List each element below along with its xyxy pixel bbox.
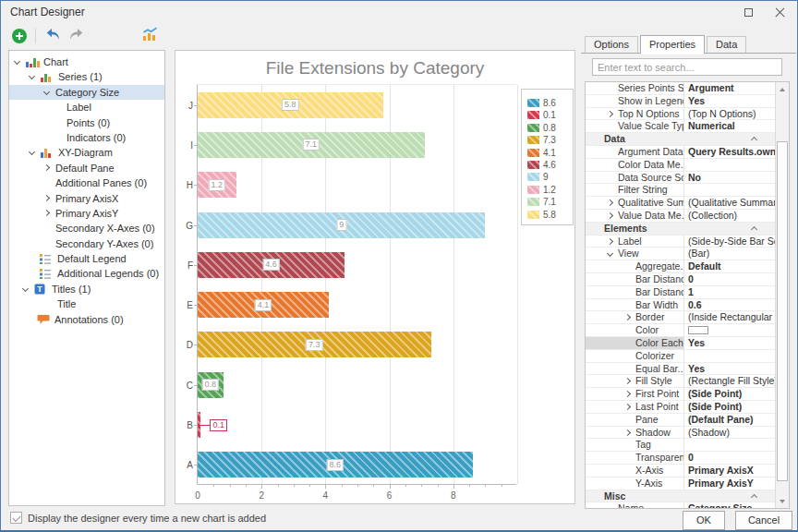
- property-value[interactable]: [684, 324, 775, 336]
- property-value[interactable]: (Inside Rectangular Bor...: [684, 311, 775, 323]
- tree-item-secondary-x-axes-0[interactable]: Secondary X-Axes (0): [9, 221, 164, 236]
- property-row-series-points-so[interactable]: Series Points So...Argument: [586, 82, 775, 95]
- expand-arrow-icon[interactable]: [624, 378, 631, 384]
- tree-item-series-1[interactable]: Series (1): [9, 69, 164, 84]
- chart-legend[interactable]: 8.60.10.87.34.14.691.27.15.8: [521, 89, 574, 225]
- property-row-data-source-sor[interactable]: Data Source Sor...No: [586, 172, 775, 185]
- tree-item-additional-panes-0[interactable]: Additional Panes (0): [9, 175, 164, 190]
- property-row-value-data-me[interactable]: Value Data Me...(Collection): [586, 210, 775, 223]
- legend-item[interactable]: 1.2: [527, 182, 573, 194]
- expand-arrow-icon[interactable]: [624, 391, 631, 397]
- property-value[interactable]: Numerical: [684, 120, 775, 132]
- property-row-bar-distanc[interactable]: Bar Distanc...1: [586, 286, 775, 299]
- property-value[interactable]: 1: [684, 286, 775, 298]
- property-value[interactable]: Yes: [684, 337, 775, 349]
- property-value[interactable]: (Side Point): [684, 388, 775, 400]
- property-value[interactable]: [684, 159, 775, 171]
- property-row-color[interactable]: Color: [586, 324, 775, 337]
- property-value[interactable]: (Side-by-Side Bar Series...: [684, 236, 775, 248]
- tab-options[interactable]: Options: [585, 36, 638, 54]
- property-row-show-in-legend[interactable]: Show in LegendYes: [586, 95, 775, 108]
- undo-button[interactable]: [42, 26, 63, 46]
- property-row-equal-bar[interactable]: Equal Bar...Yes: [586, 363, 775, 376]
- tree-item-annotations-0[interactable]: Annotations (0): [9, 312, 164, 327]
- search-input[interactable]: [592, 58, 782, 76]
- redo-button[interactable]: [66, 26, 86, 46]
- property-value[interactable]: Query Results.owner_n...: [684, 146, 775, 158]
- tree-item-label[interactable]: Label: [9, 100, 164, 115]
- property-value[interactable]: 0: [684, 273, 775, 285]
- expand-arrow-icon[interactable]: [607, 212, 613, 219]
- legend-item[interactable]: 4.6: [527, 157, 573, 169]
- legend-item[interactable]: 0.8: [527, 120, 573, 132]
- property-row-transparency[interactable]: Transparency0: [586, 452, 775, 465]
- property-row-view[interactable]: View(Bar): [586, 248, 775, 260]
- category-row-misc[interactable]: Misc: [586, 490, 775, 503]
- legend-item[interactable]: 9: [527, 169, 573, 181]
- legend-item[interactable]: 7.3: [527, 132, 573, 144]
- expand-arrow-icon[interactable]: [607, 200, 613, 206]
- tree-item-points-0[interactable]: Points (0): [9, 115, 164, 130]
- property-row-tag[interactable]: Tag: [586, 439, 775, 452]
- property-value[interactable]: Primary AxisY: [684, 478, 775, 490]
- property-row-shadow[interactable]: Shadow(Shadow): [586, 427, 775, 440]
- property-value[interactable]: [684, 439, 775, 451]
- close-button[interactable]: [766, 3, 793, 21]
- collapse-arrow-icon[interactable]: [29, 73, 35, 79]
- property-value[interactable]: Argument: [684, 82, 775, 94]
- property-value[interactable]: [684, 350, 775, 362]
- expand-arrow-icon[interactable]: [607, 238, 613, 245]
- property-row-bar-distance[interactable]: Bar Distance0: [586, 273, 775, 286]
- legend-item[interactable]: 5.8: [527, 207, 573, 219]
- property-value[interactable]: (Top N Options): [684, 108, 775, 120]
- tree-item-default-legend[interactable]: Default Legend: [9, 251, 164, 266]
- property-row-color-data-me[interactable]: Color Data Me...: [586, 159, 775, 172]
- property-row-color-each[interactable]: Color EachYes: [586, 337, 775, 350]
- property-value[interactable]: No: [684, 172, 775, 184]
- expand-arrow-icon[interactable]: [43, 194, 50, 200]
- property-row-border[interactable]: Border(Inside Rectangular Bor...: [586, 311, 775, 324]
- maximize-button[interactable]: [734, 3, 762, 21]
- property-row-argument-data[interactable]: Argument Data...Query Results.owner_n...: [586, 146, 775, 159]
- property-row-filter-string[interactable]: Filter String: [586, 184, 775, 197]
- chart-type-button[interactable]: [139, 26, 160, 46]
- titlebar[interactable]: Chart Designer: [1, 1, 797, 23]
- property-row-value-scale-type[interactable]: Value Scale TypeNumerical: [586, 120, 775, 133]
- ok-button[interactable]: OK: [683, 511, 725, 530]
- tree-item-category-size[interactable]: Category Size: [9, 85, 164, 100]
- tree-item-chart[interactable]: Chart: [9, 54, 164, 69]
- property-value[interactable]: (Side Point): [684, 401, 775, 413]
- expand-arrow-icon[interactable]: [624, 429, 631, 435]
- property-row-fill-style[interactable]: Fill Style(Rectangle Fill Style): [586, 375, 775, 388]
- collapse-arrow-icon[interactable]: [14, 58, 20, 65]
- expand-arrow-icon[interactable]: [624, 404, 631, 410]
- property-value[interactable]: Category Size: [684, 502, 775, 508]
- property-value[interactable]: Yes: [684, 95, 775, 107]
- tree-item-primary-axisx[interactable]: Primary AxisX: [9, 191, 164, 206]
- property-value[interactable]: Primary AxisX: [684, 465, 775, 477]
- tree-item-additional-legends-0[interactable]: Additional Legends (0): [9, 266, 164, 281]
- expand-arrow-icon[interactable]: [43, 210, 50, 216]
- property-row-label[interactable]: Label(Side-by-Side Bar Series...: [586, 236, 775, 248]
- color-swatch[interactable]: [688, 326, 708, 334]
- expand-arrow-icon[interactable]: [43, 164, 50, 171]
- property-value[interactable]: (Shadow): [684, 427, 775, 439]
- property-row-y-axis[interactable]: Y-AxisPrimary AxisY: [586, 478, 775, 490]
- legend-item[interactable]: 7.1: [527, 194, 573, 206]
- property-value[interactable]: [684, 184, 775, 196]
- category-row-data[interactable]: Data: [586, 133, 775, 146]
- scrollbar-thumb[interactable]: [777, 141, 788, 481]
- legend-item[interactable]: 4.1: [527, 145, 573, 157]
- property-row-last-point[interactable]: Last Point(Side Point): [586, 401, 775, 414]
- checkbox-icon[interactable]: [10, 512, 22, 524]
- property-value[interactable]: (Rectangle Fill Style): [684, 375, 775, 387]
- tree-item-default-pane[interactable]: Default Pane: [9, 161, 164, 175]
- add-chart-element-button[interactable]: [9, 26, 30, 46]
- collapse-arrow-icon[interactable]: [43, 89, 50, 95]
- tree-item-indicators-0[interactable]: Indicators (0): [9, 130, 164, 145]
- property-row-aggregate[interactable]: Aggregate...Default: [586, 260, 775, 273]
- property-value[interactable]: (Qualitative Summary O...: [684, 197, 775, 209]
- expand-arrow-icon[interactable]: [624, 314, 631, 320]
- property-value[interactable]: 0: [684, 452, 775, 464]
- property-row-first-point[interactable]: First Point(Side Point): [586, 388, 775, 401]
